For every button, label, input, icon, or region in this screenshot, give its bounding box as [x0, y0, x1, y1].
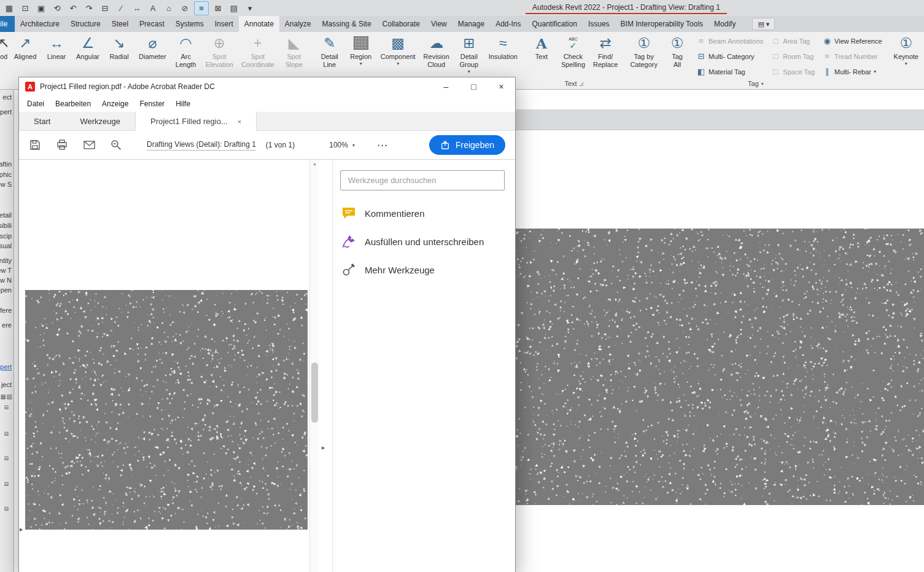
region-button[interactable]: Region ▾: [347, 32, 375, 66]
tab-architecture[interactable]: Architecture: [15, 16, 65, 32]
tree-collapse-icon[interactable]: ⊟: [4, 431, 9, 437]
share-button[interactable]: Freigeben: [429, 135, 505, 155]
menu-anzeige[interactable]: Anzeige: [96, 100, 134, 108]
scrollbar[interactable]: ▲: [309, 160, 319, 572]
tab-start[interactable]: Start: [19, 112, 65, 130]
tree-collapse-icon[interactable]: ⊟: [4, 455, 9, 461]
find-replace-button[interactable]: ⇄ Find/ Replace: [591, 32, 620, 69]
text-button[interactable]: A Text: [527, 32, 556, 61]
tab-analyze[interactable]: Analyze: [279, 16, 317, 32]
tab-modify[interactable]: Modify: [709, 16, 741, 32]
spot-coordinate-button[interactable]: + Spot Coordinate: [239, 32, 277, 69]
switch-windows-icon[interactable]: ▤: [227, 2, 241, 15]
keynote-button[interactable]: ① Keynote ▾: [891, 32, 921, 66]
acrobat-titlebar[interactable]: A Project1 Filled region.pdf - Adobe Acr…: [19, 77, 515, 96]
close-button[interactable]: ×: [487, 77, 515, 96]
menu-bearbeiten[interactable]: Bearbeiten: [50, 100, 96, 108]
tools-panel-toggle[interactable]: ▸: [322, 444, 325, 452]
tab-collaborate[interactable]: Collaborate: [377, 16, 425, 32]
undo-icon[interactable]: ↶: [66, 2, 80, 15]
insulation-button[interactable]: ≈ Insulation: [486, 32, 520, 61]
print-button[interactable]: [56, 139, 68, 151]
print-icon[interactable]: ⊟: [98, 2, 112, 15]
thin-lines-icon[interactable]: ≡: [194, 1, 209, 15]
material-tag-button[interactable]: ◧ Material Tag: [694, 64, 765, 79]
spot-elevation-button[interactable]: ⊕ Spot Elevation: [203, 32, 236, 69]
scroll-up-icon[interactable]: ▲: [310, 162, 319, 166]
view-reference-button[interactable]: ◉ View Reference: [820, 33, 883, 49]
tread-number-button[interactable]: ≡ Tread Number: [820, 49, 883, 64]
tab-document[interactable]: Project1 Filled regio... ×: [135, 112, 257, 131]
tab-bim-interoperability[interactable]: BIM Interoperability Tools: [615, 16, 709, 32]
tab-issues[interactable]: Issues: [583, 16, 615, 32]
detail-group-button[interactable]: ⊞ Detail Group ▾: [455, 32, 483, 74]
multi-rebar-button[interactable]: ∥ Multi- Rebar ▾: [820, 64, 883, 79]
document-bookmark[interactable]: Drafting Views (Detail): Drafting 1: [147, 140, 256, 151]
tab-file[interactable]: File: [0, 16, 15, 32]
redo-icon[interactable]: ↷: [82, 2, 96, 15]
chevron-down-icon[interactable]: ▾: [761, 81, 764, 87]
tab-annotate[interactable]: Annotate: [239, 16, 279, 32]
tab-manage[interactable]: Manage: [452, 16, 490, 32]
component-button[interactable]: ▩ Component ▾: [378, 32, 418, 66]
sync-icon[interactable]: ⟲: [50, 2, 64, 15]
measure-icon[interactable]: ∕: [114, 2, 128, 15]
zoom-tool-button[interactable]: [110, 139, 122, 151]
diameter-dimension-button[interactable]: ⌀ Diameter: [136, 32, 169, 61]
space-tag-button[interactable]: □ Space Tag: [769, 64, 817, 79]
tab-massing-site[interactable]: Massing & Site: [317, 16, 377, 32]
maximize-button[interactable]: □: [460, 77, 487, 96]
tab-structure[interactable]: Structure: [65, 16, 106, 32]
tag-all-button[interactable]: ① Tag All: [663, 32, 691, 69]
save-button[interactable]: [29, 139, 41, 151]
panel-launcher-icon[interactable]: ◿: [580, 81, 583, 87]
tool-item-fill-sign[interactable]: Ausfüllen und unterschreiben: [341, 232, 484, 251]
angular-dimension-button[interactable]: ∠ Angular: [74, 32, 102, 61]
tab-quantification[interactable]: Quantification: [527, 16, 583, 32]
tool-item-comment[interactable]: Kommentieren: [341, 204, 425, 222]
check-spelling-button[interactable]: ABC ✓ Check Spelling: [559, 32, 588, 69]
room-tag-button[interactable]: □ Room Tag: [769, 49, 817, 64]
revit-titlebar[interactable]: ▦ ⊡ ▣ ⟲ ↶ ↷ ⊟ ∕ ↔ A ⌂ ⊘ ≡ ⊠ ▤ ▾ Autodesk…: [0, 0, 924, 16]
area-tag-button[interactable]: □ Area Tag: [769, 33, 817, 49]
tab-view[interactable]: View: [425, 16, 452, 32]
tree-collapse-icon[interactable]: ⊟: [4, 404, 9, 410]
menu-datei[interactable]: Datei: [21, 100, 50, 108]
customize-qat-icon[interactable]: ▾: [243, 2, 257, 15]
radial-dimension-button[interactable]: ↘ Radial: [105, 32, 133, 61]
save-icon[interactable]: ▣: [34, 2, 48, 15]
scrollbar-thumb[interactable]: [311, 362, 318, 423]
close-hidden-windows-icon[interactable]: ⊠: [211, 2, 225, 15]
spot-slope-button[interactable]: ◣ Spot Slope: [280, 32, 308, 69]
minimize-button[interactable]: –: [432, 77, 460, 96]
default-3d-view-icon[interactable]: ⌂: [162, 2, 176, 15]
more-options-button[interactable]: ⋯: [377, 139, 388, 152]
tree-collapse-icon[interactable]: ⊟: [4, 481, 9, 487]
sliver-link[interactable]: pert: [0, 363, 12, 370]
beam-annotations-button[interactable]: ≡ Beam Annotations: [694, 33, 765, 49]
section-icon[interactable]: ⊘: [178, 2, 192, 15]
tree-collapse-icon[interactable]: ⊟: [4, 506, 9, 512]
arc-length-dimension-button[interactable]: ◠ Arc Length: [172, 32, 200, 69]
tab-precast[interactable]: Precast: [134, 16, 170, 32]
detail-line-button[interactable]: ✎ Detail Line: [316, 32, 344, 69]
text-icon[interactable]: A: [146, 2, 160, 15]
zoom-control[interactable]: 100% ▾: [329, 141, 355, 149]
tab-steel[interactable]: Steel: [106, 16, 134, 32]
menu-fenster[interactable]: Fenster: [134, 100, 170, 108]
email-button[interactable]: [83, 139, 95, 151]
tab-systems[interactable]: Systems: [170, 16, 209, 32]
tab-add-ins[interactable]: Add-Ins: [490, 16, 526, 32]
app-menu-icon[interactable]: ▦: [2, 2, 16, 15]
revit-filled-region[interactable]: [516, 229, 924, 505]
tools-search-input[interactable]: [340, 170, 505, 190]
tab-werkzeuge[interactable]: Werkzeuge: [65, 112, 135, 130]
linear-dimension-button[interactable]: ↔ Linear: [42, 32, 71, 61]
tool-item-more-tools[interactable]: Mehr Werkzeuge: [341, 261, 435, 279]
menu-hilfe[interactable]: Hilfe: [170, 100, 196, 108]
aligned-dimension-icon[interactable]: ↔: [130, 2, 144, 15]
multi-category-button[interactable]: ⊟ Multi- Category: [694, 49, 765, 64]
ribbon-display-button[interactable]: ▤ ▾: [752, 18, 775, 30]
modify-button[interactable]: ↖ Modify: [0, 32, 7, 61]
tab-close-icon[interactable]: ×: [238, 118, 241, 125]
